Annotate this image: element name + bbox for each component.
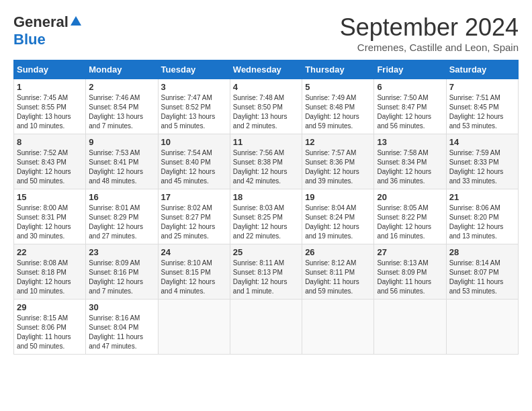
day-number: 10: [161, 137, 227, 147]
day-info: Sunrise: 7:48 AM Sunset: 8:50 PM Dayligh…: [233, 94, 287, 130]
calendar-cell: 26Sunrise: 8:12 AM Sunset: 8:11 PM Dayli…: [302, 244, 374, 300]
day-number: 20: [377, 192, 443, 202]
calendar-cell: 7Sunrise: 7:51 AM Sunset: 8:45 PM Daylig…: [446, 79, 518, 134]
day-number: 18: [233, 192, 299, 202]
day-number: 9: [89, 137, 154, 147]
calendar-cell: 5Sunrise: 7:49 AM Sunset: 8:48 PM Daylig…: [302, 79, 374, 134]
day-info: Sunrise: 7:51 AM Sunset: 8:45 PM Dayligh…: [449, 94, 504, 130]
calendar-cell: 19Sunrise: 8:04 AM Sunset: 8:24 PM Dayli…: [302, 189, 374, 244]
calendar-week-row: 8Sunrise: 7:52 AM Sunset: 8:43 PM Daylig…: [14, 134, 519, 189]
calendar-cell: [302, 300, 374, 355]
day-number: 30: [89, 302, 154, 312]
calendar-cell: 29Sunrise: 8:15 AM Sunset: 8:06 PM Dayli…: [14, 300, 86, 355]
logo: General Blue: [13, 13, 82, 48]
day-info: Sunrise: 8:15 AM Sunset: 8:06 PM Dayligh…: [17, 314, 71, 350]
day-info: Sunrise: 8:13 AM Sunset: 8:09 PM Dayligh…: [377, 259, 431, 295]
day-number: 25: [233, 247, 299, 257]
day-info: Sunrise: 8:12 AM Sunset: 8:11 PM Dayligh…: [305, 259, 359, 295]
calendar-cell: [374, 300, 446, 355]
day-info: Sunrise: 7:58 AM Sunset: 8:34 PM Dayligh…: [377, 149, 431, 185]
day-number: 8: [17, 137, 83, 147]
day-number: 21: [449, 192, 515, 202]
svg-marker-0: [71, 16, 81, 26]
day-number: 1: [17, 82, 83, 92]
calendar-header-row: SundayMondayTuesdayWednesdayThursdayFrid…: [14, 60, 519, 79]
day-number: 26: [305, 247, 371, 257]
logo-general-text: General: [13, 13, 69, 31]
day-info: Sunrise: 8:06 AM Sunset: 8:20 PM Dayligh…: [449, 204, 504, 240]
day-info: Sunrise: 8:01 AM Sunset: 8:29 PM Dayligh…: [89, 204, 143, 240]
day-number: 17: [161, 192, 227, 202]
day-number: 19: [305, 192, 371, 202]
day-number: 27: [377, 247, 443, 257]
calendar-cell: 20Sunrise: 8:05 AM Sunset: 8:22 PM Dayli…: [374, 189, 446, 244]
calendar-cell: 6Sunrise: 7:50 AM Sunset: 8:47 PM Daylig…: [374, 79, 446, 134]
day-info: Sunrise: 7:49 AM Sunset: 8:48 PM Dayligh…: [305, 94, 359, 130]
day-number: 23: [89, 247, 154, 257]
calendar-cell: 22Sunrise: 8:08 AM Sunset: 8:18 PM Dayli…: [14, 244, 86, 300]
calendar-cell: 23Sunrise: 8:09 AM Sunset: 8:16 PM Dayli…: [86, 244, 158, 300]
day-number: 24: [161, 247, 227, 257]
day-info: Sunrise: 7:53 AM Sunset: 8:41 PM Dayligh…: [89, 149, 143, 185]
day-info: Sunrise: 8:00 AM Sunset: 8:31 PM Dayligh…: [17, 204, 71, 240]
day-number: 22: [17, 247, 83, 257]
calendar-cell: 10Sunrise: 7:54 AM Sunset: 8:40 PM Dayli…: [158, 134, 230, 189]
day-info: Sunrise: 8:08 AM Sunset: 8:18 PM Dayligh…: [17, 259, 71, 295]
calendar-cell: 14Sunrise: 7:59 AM Sunset: 8:33 PM Dayli…: [446, 134, 518, 189]
day-number: 5: [305, 82, 371, 92]
day-number: 28: [449, 247, 515, 257]
calendar-cell: 28Sunrise: 8:14 AM Sunset: 8:07 PM Dayli…: [446, 244, 518, 300]
day-number: 3: [161, 82, 227, 92]
day-info: Sunrise: 8:09 AM Sunset: 8:16 PM Dayligh…: [89, 259, 143, 295]
calendar-cell: 15Sunrise: 8:00 AM Sunset: 8:31 PM Dayli…: [14, 189, 86, 244]
calendar-cell: 11Sunrise: 7:56 AM Sunset: 8:38 PM Dayli…: [230, 134, 302, 189]
calendar-cell: [158, 300, 230, 355]
weekday-header-wednesday: Wednesday: [230, 60, 302, 79]
calendar-cell: 30Sunrise: 8:16 AM Sunset: 8:04 PM Dayli…: [86, 300, 158, 355]
calendar-cell: 21Sunrise: 8:06 AM Sunset: 8:20 PM Dayli…: [446, 189, 518, 244]
weekday-header-sunday: Sunday: [14, 60, 86, 79]
location-title: Cremenes, Castille and Leon, Spain: [340, 42, 519, 53]
calendar-cell: [230, 300, 302, 355]
calendar-cell: 9Sunrise: 7:53 AM Sunset: 8:41 PM Daylig…: [86, 134, 158, 189]
page-header: General Blue September 2024 Cremenes, Ca…: [13, 13, 519, 53]
day-number: 11: [233, 137, 299, 147]
day-info: Sunrise: 7:57 AM Sunset: 8:36 PM Dayligh…: [305, 149, 359, 185]
day-number: 7: [449, 82, 515, 92]
calendar-week-row: 29Sunrise: 8:15 AM Sunset: 8:06 PM Dayli…: [14, 300, 519, 355]
day-number: 15: [17, 192, 83, 202]
calendar-cell: 2Sunrise: 7:46 AM Sunset: 8:54 PM Daylig…: [86, 79, 158, 134]
day-info: Sunrise: 8:16 AM Sunset: 8:04 PM Dayligh…: [89, 314, 143, 350]
calendar-cell: 12Sunrise: 7:57 AM Sunset: 8:36 PM Dayli…: [302, 134, 374, 189]
day-info: Sunrise: 8:03 AM Sunset: 8:25 PM Dayligh…: [233, 204, 287, 240]
weekday-header-friday: Friday: [374, 60, 446, 79]
day-info: Sunrise: 7:45 AM Sunset: 8:55 PM Dayligh…: [17, 94, 71, 130]
day-number: 4: [233, 82, 299, 92]
calendar-cell: 16Sunrise: 8:01 AM Sunset: 8:29 PM Dayli…: [86, 189, 158, 244]
day-number: 13: [377, 137, 443, 147]
day-info: Sunrise: 7:47 AM Sunset: 8:52 PM Dayligh…: [161, 94, 216, 130]
logo-blue-text: Blue: [13, 31, 46, 48]
day-info: Sunrise: 8:02 AM Sunset: 8:27 PM Dayligh…: [161, 204, 216, 240]
calendar-cell: 18Sunrise: 8:03 AM Sunset: 8:25 PM Dayli…: [230, 189, 302, 244]
calendar-cell: 1Sunrise: 7:45 AM Sunset: 8:55 PM Daylig…: [14, 79, 86, 134]
day-info: Sunrise: 7:52 AM Sunset: 8:43 PM Dayligh…: [17, 149, 71, 185]
calendar-cell: 25Sunrise: 8:11 AM Sunset: 8:13 PM Dayli…: [230, 244, 302, 300]
day-number: 14: [449, 137, 515, 147]
day-info: Sunrise: 7:59 AM Sunset: 8:33 PM Dayligh…: [449, 149, 504, 185]
day-info: Sunrise: 8:11 AM Sunset: 8:13 PM Dayligh…: [233, 259, 287, 295]
weekday-header-tuesday: Tuesday: [158, 60, 230, 79]
calendar-week-row: 15Sunrise: 8:00 AM Sunset: 8:31 PM Dayli…: [14, 189, 519, 244]
day-number: 6: [377, 82, 443, 92]
calendar-cell: [446, 300, 518, 355]
weekday-header-saturday: Saturday: [446, 60, 518, 79]
day-info: Sunrise: 8:10 AM Sunset: 8:15 PM Dayligh…: [161, 259, 216, 295]
calendar-title-area: September 2024 Cremenes, Castille and Le…: [340, 13, 519, 53]
day-info: Sunrise: 7:46 AM Sunset: 8:54 PM Dayligh…: [89, 94, 143, 130]
calendar-cell: 24Sunrise: 8:10 AM Sunset: 8:15 PM Dayli…: [158, 244, 230, 300]
calendar-cell: 17Sunrise: 8:02 AM Sunset: 8:27 PM Dayli…: [158, 189, 230, 244]
calendar-cell: 27Sunrise: 8:13 AM Sunset: 8:09 PM Dayli…: [374, 244, 446, 300]
calendar-cell: 4Sunrise: 7:48 AM Sunset: 8:50 PM Daylig…: [230, 79, 302, 134]
day-info: Sunrise: 8:14 AM Sunset: 8:07 PM Dayligh…: [449, 259, 504, 295]
calendar-cell: 8Sunrise: 7:52 AM Sunset: 8:43 PM Daylig…: [14, 134, 86, 189]
